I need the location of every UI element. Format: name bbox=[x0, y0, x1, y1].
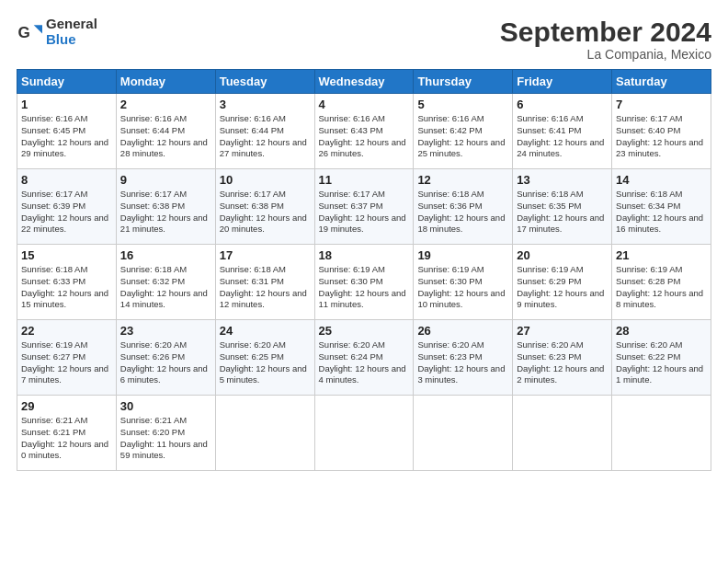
cell-info: Sunrise: 6:19 AMSunset: 6:30 PMDaylight:… bbox=[417, 264, 505, 309]
cell-info: Sunrise: 6:20 AMSunset: 6:25 PMDaylight:… bbox=[220, 339, 307, 385]
calendar-cell bbox=[612, 396, 711, 471]
day-number: 30 bbox=[120, 399, 211, 413]
day-number: 21 bbox=[616, 248, 707, 262]
day-number: 7 bbox=[616, 98, 707, 111]
cell-info: Sunrise: 6:20 AMSunset: 6:24 PMDaylight:… bbox=[319, 339, 406, 385]
day-number: 26 bbox=[417, 324, 508, 338]
cell-info: Sunrise: 6:18 AMSunset: 6:36 PMDaylight:… bbox=[417, 189, 505, 234]
calendar-cell: 24Sunrise: 6:20 AMSunset: 6:25 PMDayligh… bbox=[215, 320, 314, 396]
calendar-cell: 8Sunrise: 6:17 AMSunset: 6:39 PMDaylight… bbox=[17, 169, 117, 245]
day-number: 1 bbox=[21, 98, 112, 111]
calendar-header-sunday: Sunday bbox=[17, 70, 117, 94]
calendar-cell: 12Sunrise: 6:18 AMSunset: 6:36 PMDayligh… bbox=[414, 169, 513, 245]
cell-info: Sunrise: 6:16 AMSunset: 6:41 PMDaylight:… bbox=[517, 113, 604, 158]
cell-info: Sunrise: 6:20 AMSunset: 6:23 PMDaylight:… bbox=[517, 339, 604, 385]
calendar-cell: 2Sunrise: 6:16 AMSunset: 6:44 PMDaylight… bbox=[116, 94, 215, 169]
calendar-header-monday: Monday bbox=[116, 70, 215, 94]
day-number: 15 bbox=[21, 248, 112, 262]
calendar-cell: 28Sunrise: 6:20 AMSunset: 6:22 PMDayligh… bbox=[612, 320, 711, 396]
calendar-cell: 17Sunrise: 6:18 AMSunset: 6:31 PMDayligh… bbox=[215, 245, 314, 320]
day-number: 2 bbox=[120, 98, 211, 111]
calendar-cell bbox=[513, 396, 612, 471]
calendar-cell: 25Sunrise: 6:20 AMSunset: 6:24 PMDayligh… bbox=[314, 320, 414, 396]
day-number: 11 bbox=[319, 173, 410, 187]
cell-info: Sunrise: 6:18 AMSunset: 6:32 PMDaylight:… bbox=[120, 264, 208, 309]
cell-info: Sunrise: 6:16 AMSunset: 6:42 PMDaylight:… bbox=[417, 113, 505, 158]
calendar-cell: 14Sunrise: 6:18 AMSunset: 6:34 PMDayligh… bbox=[612, 169, 711, 245]
calendar-cell: 16Sunrise: 6:18 AMSunset: 6:32 PMDayligh… bbox=[116, 245, 215, 320]
day-number: 10 bbox=[220, 173, 311, 187]
cell-info: Sunrise: 6:16 AMSunset: 6:44 PMDaylight:… bbox=[220, 113, 307, 158]
calendar-cell: 6Sunrise: 6:16 AMSunset: 6:41 PMDaylight… bbox=[513, 94, 612, 169]
calendar-cell bbox=[215, 396, 314, 471]
svg-text:G: G bbox=[18, 24, 30, 41]
calendar-header-saturday: Saturday bbox=[612, 70, 711, 94]
calendar-cell: 9Sunrise: 6:17 AMSunset: 6:38 PMDaylight… bbox=[116, 169, 215, 245]
day-number: 9 bbox=[120, 173, 211, 187]
calendar-cell: 1Sunrise: 6:16 AMSunset: 6:45 PMDaylight… bbox=[17, 94, 117, 169]
day-number: 29 bbox=[21, 399, 112, 413]
calendar-cell: 26Sunrise: 6:20 AMSunset: 6:23 PMDayligh… bbox=[414, 320, 513, 396]
calendar-cell: 22Sunrise: 6:19 AMSunset: 6:27 PMDayligh… bbox=[17, 320, 117, 396]
day-number: 20 bbox=[517, 248, 608, 262]
day-number: 19 bbox=[417, 248, 508, 262]
header: G General Blue September 2024 La Compani… bbox=[17, 17, 711, 62]
calendar-header-thursday: Thursday bbox=[414, 70, 513, 94]
cell-info: Sunrise: 6:17 AMSunset: 6:37 PMDaylight:… bbox=[319, 189, 406, 234]
day-number: 6 bbox=[517, 98, 608, 111]
cell-info: Sunrise: 6:18 AMSunset: 6:31 PMDaylight:… bbox=[220, 264, 307, 309]
cell-info: Sunrise: 6:17 AMSunset: 6:40 PMDaylight:… bbox=[616, 113, 703, 158]
cell-info: Sunrise: 6:19 AMSunset: 6:27 PMDaylight:… bbox=[21, 339, 108, 385]
logo-icon: G bbox=[17, 19, 42, 45]
logo-text: General Blue bbox=[46, 17, 97, 47]
cell-info: Sunrise: 6:19 AMSunset: 6:28 PMDaylight:… bbox=[616, 264, 703, 309]
calendar-cell: 4Sunrise: 6:16 AMSunset: 6:43 PMDaylight… bbox=[314, 94, 414, 169]
logo: G General Blue bbox=[17, 17, 97, 47]
day-number: 3 bbox=[220, 98, 311, 111]
day-number: 22 bbox=[21, 324, 112, 338]
calendar-cell: 7Sunrise: 6:17 AMSunset: 6:40 PMDaylight… bbox=[612, 94, 711, 169]
cell-info: Sunrise: 6:16 AMSunset: 6:43 PMDaylight:… bbox=[319, 113, 406, 158]
calendar-header-tuesday: Tuesday bbox=[215, 70, 314, 94]
cell-info: Sunrise: 6:20 AMSunset: 6:26 PMDaylight:… bbox=[120, 339, 208, 385]
calendar-week-2: 8Sunrise: 6:17 AMSunset: 6:39 PMDaylight… bbox=[17, 169, 711, 245]
page: G General Blue September 2024 La Compani… bbox=[0, 0, 728, 563]
calendar-week-5: 29Sunrise: 6:21 AMSunset: 6:21 PMDayligh… bbox=[17, 396, 711, 471]
svg-marker-1 bbox=[34, 25, 42, 33]
calendar-cell bbox=[414, 396, 513, 471]
calendar-table: SundayMondayTuesdayWednesdayThursdayFrid… bbox=[17, 69, 711, 471]
month-title: September 2024 bbox=[500, 17, 711, 47]
day-number: 28 bbox=[616, 324, 707, 338]
calendar-header-wednesday: Wednesday bbox=[314, 70, 414, 94]
cell-info: Sunrise: 6:18 AMSunset: 6:33 PMDaylight:… bbox=[21, 264, 108, 309]
day-number: 12 bbox=[417, 173, 508, 187]
cell-info: Sunrise: 6:20 AMSunset: 6:23 PMDaylight:… bbox=[417, 339, 505, 385]
day-number: 27 bbox=[517, 324, 608, 338]
calendar-cell: 18Sunrise: 6:19 AMSunset: 6:30 PMDayligh… bbox=[314, 245, 414, 320]
calendar-cell: 13Sunrise: 6:18 AMSunset: 6:35 PMDayligh… bbox=[513, 169, 612, 245]
cell-info: Sunrise: 6:19 AMSunset: 6:30 PMDaylight:… bbox=[319, 264, 406, 309]
cell-info: Sunrise: 6:17 AMSunset: 6:38 PMDaylight:… bbox=[220, 189, 307, 234]
day-number: 13 bbox=[517, 173, 608, 187]
calendar-cell: 30Sunrise: 6:21 AMSunset: 6:20 PMDayligh… bbox=[116, 396, 215, 471]
day-number: 25 bbox=[319, 324, 410, 338]
calendar-week-3: 15Sunrise: 6:18 AMSunset: 6:33 PMDayligh… bbox=[17, 245, 711, 320]
calendar-week-4: 22Sunrise: 6:19 AMSunset: 6:27 PMDayligh… bbox=[17, 320, 711, 396]
day-number: 17 bbox=[220, 248, 311, 262]
day-number: 23 bbox=[120, 324, 211, 338]
logo-general: General bbox=[46, 17, 97, 32]
calendar-cell: 20Sunrise: 6:19 AMSunset: 6:29 PMDayligh… bbox=[513, 245, 612, 320]
logo-blue: Blue bbox=[46, 32, 97, 48]
calendar-cell: 29Sunrise: 6:21 AMSunset: 6:21 PMDayligh… bbox=[17, 396, 117, 471]
calendar-cell bbox=[314, 396, 414, 471]
calendar-cell: 5Sunrise: 6:16 AMSunset: 6:42 PMDaylight… bbox=[414, 94, 513, 169]
day-number: 18 bbox=[319, 248, 410, 262]
calendar-cell: 11Sunrise: 6:17 AMSunset: 6:37 PMDayligh… bbox=[314, 169, 414, 245]
cell-info: Sunrise: 6:18 AMSunset: 6:35 PMDaylight:… bbox=[517, 189, 604, 234]
location: La Compania, Mexico bbox=[500, 47, 711, 62]
calendar-header-friday: Friday bbox=[513, 70, 612, 94]
day-number: 24 bbox=[220, 324, 311, 338]
calendar-cell: 15Sunrise: 6:18 AMSunset: 6:33 PMDayligh… bbox=[17, 245, 117, 320]
cell-info: Sunrise: 6:21 AMSunset: 6:20 PMDaylight:… bbox=[120, 415, 208, 460]
day-number: 5 bbox=[417, 98, 508, 111]
